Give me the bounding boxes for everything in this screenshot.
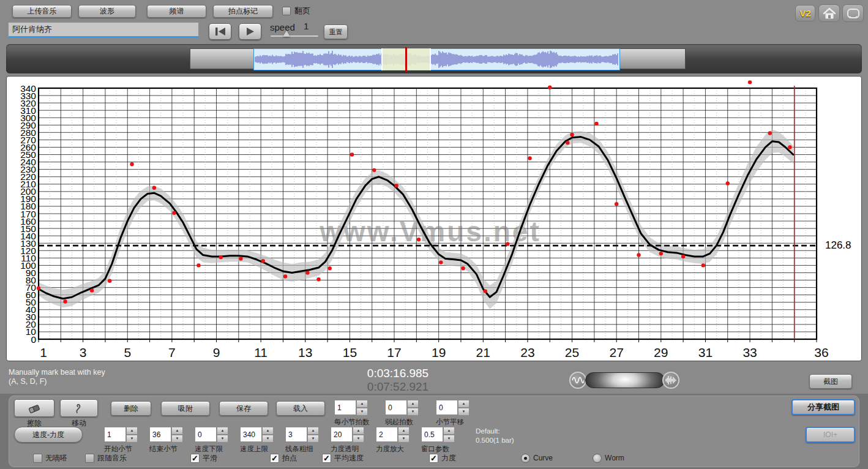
home-button[interactable] [818,4,840,22]
speed-slider[interactable] [270,35,319,37]
radio-button[interactable] [521,454,530,463]
beat-point[interactable] [506,242,509,246]
spinner-down-icon[interactable]: ▼ [262,435,274,443]
spinner-down-icon[interactable]: ▼ [171,435,183,443]
beat-point[interactable] [439,260,443,264]
beat-point[interactable] [637,253,640,257]
delete-button[interactable]: 删除 [111,401,151,416]
spinner-value[interactable]: 0 [195,427,217,442]
beat-point[interactable] [615,202,618,206]
spinner-down-icon[interactable]: ▼ [443,435,455,443]
spinner-value[interactable]: 36 [149,427,171,442]
spinner-up-icon[interactable]: ▲ [126,427,138,435]
share-screenshot-button[interactable]: 分享截图 [791,399,855,415]
beat-point[interactable] [108,279,111,283]
beat-point[interactable] [261,259,265,263]
spinner-up-icon[interactable]: ▲ [262,427,274,435]
spinner-down-icon[interactable]: ▼ [126,435,138,443]
spinner-value[interactable]: 340 [240,427,262,442]
upload-music-button[interactable]: 上传音乐 [12,5,72,18]
beat-point[interactable] [130,162,133,166]
overview-playhead[interactable] [405,47,407,72]
beat-point[interactable] [90,288,94,292]
spinner-up-icon[interactable]: ▲ [307,427,319,435]
checkbox[interactable]: ✓ [322,454,331,463]
spinner-down-icon[interactable]: ▼ [356,408,368,416]
tempo-chart[interactable]: 0102030405060708090100110120130140150160… [7,77,861,361]
save-button[interactable]: 保存 [219,401,268,416]
spinner-up-icon[interactable]: ▲ [458,400,470,408]
spinner-down-icon[interactable]: ▼ [217,435,228,443]
beat-point[interactable] [726,181,730,185]
beat-point[interactable] [350,152,354,156]
beat-point[interactable] [768,131,772,135]
spectrum-button[interactable]: 频谱 [147,5,206,18]
spinner-up-icon[interactable]: ▲ [398,427,410,435]
beat-mark-button[interactable]: 拍点标记 [213,5,273,18]
beat-point[interactable] [566,141,569,144]
reset-button[interactable]: 重置 [324,24,348,39]
radio-button[interactable] [593,454,602,463]
beat-point[interactable] [788,145,791,149]
overview-waveform[interactable] [253,48,620,70]
spinner-down-icon[interactable]: ▼ [407,408,419,416]
spinner-down-icon[interactable]: ▼ [458,408,470,416]
beat-point[interactable] [659,252,663,255]
beat-point[interactable] [172,211,176,215]
erase-button[interactable] [14,399,54,417]
beat-point[interactable] [594,122,598,126]
spinner-value[interactable]: 3 [285,427,307,442]
beat-point[interactable] [748,80,752,84]
beat-point[interactable] [328,266,332,270]
skip-back-button[interactable] [209,23,231,40]
checkbox[interactable]: ✓ [270,454,279,463]
beat-point[interactable] [37,287,40,290]
checkbox[interactable]: ✓ [190,454,200,463]
spinner-value[interactable]: 1 [104,427,126,442]
fullscreen-button[interactable] [842,4,864,22]
spinner-up-icon[interactable]: ▲ [407,400,419,408]
ioi-button[interactable]: IOI+ [806,427,855,443]
spinner-up-icon[interactable]: ▲ [217,427,228,435]
spinner-up-icon[interactable]: ▲ [356,400,368,408]
tempo-dynamics-button[interactable]: 速度-力度 [14,427,83,443]
beat-point[interactable] [219,255,223,259]
overview-track[interactable] [190,48,686,69]
spinner-value[interactable]: 1 [334,400,356,415]
checkbox[interactable]: ✓ [429,454,438,463]
beat-point[interactable] [239,257,242,260]
load-button[interactable]: 载入 [276,401,325,416]
beat-point[interactable] [283,274,287,278]
spinner-value[interactable]: 0.5 [421,427,443,442]
speed-slider-thumb[interactable] [283,31,290,37]
version-badge[interactable]: V2 [795,5,815,21]
spinner-down-icon[interactable]: ▼ [353,435,364,443]
volume-slider[interactable] [585,372,665,388]
beat-point[interactable] [570,133,574,137]
beat-point[interactable] [681,255,685,258]
beat-point[interactable] [548,86,552,89]
checkbox[interactable] [33,454,42,463]
beat-point[interactable] [372,168,376,172]
screenshot-button[interactable]: 截图 [809,374,852,389]
beat-point[interactable] [461,266,465,270]
music-title-input[interactable] [8,22,199,38]
beat-point[interactable] [528,156,531,160]
play-button[interactable] [239,23,261,40]
beat-point[interactable] [316,277,320,281]
spinner-down-icon[interactable]: ▼ [398,435,410,443]
spinner-up-icon[interactable]: ▲ [171,427,183,435]
beat-point[interactable] [702,263,705,267]
beat-point[interactable] [394,184,398,187]
spinner-up-icon[interactable]: ▲ [353,427,364,435]
beat-point[interactable] [63,299,67,303]
spinner-value[interactable]: 20 [331,427,353,442]
spinner-value[interactable]: 0 [385,400,407,415]
beat-point[interactable] [305,271,309,274]
snap-button[interactable]: 吸附 [161,401,210,416]
move-button[interactable] [60,399,98,417]
flip-page-checkbox[interactable] [282,7,291,15]
spinner-down-icon[interactable]: ▼ [307,435,319,443]
beat-point[interactable] [196,263,200,267]
checkbox[interactable] [85,454,94,463]
